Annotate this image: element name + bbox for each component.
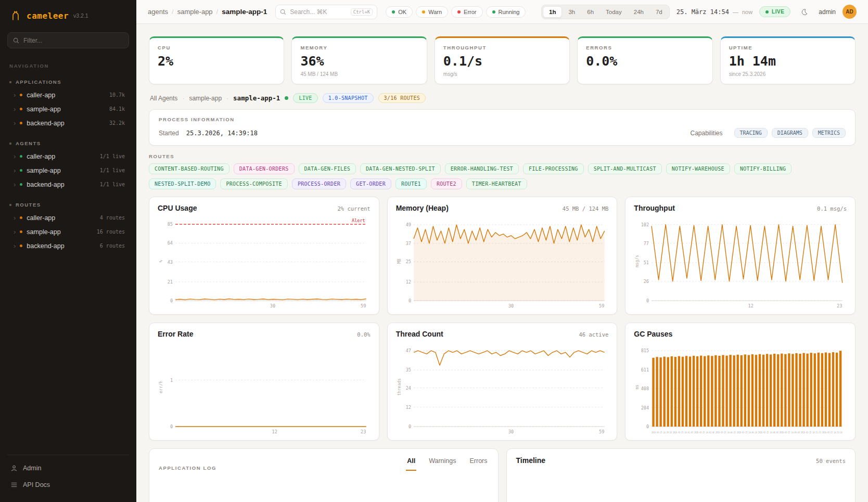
sidebar-agent-backend-app[interactable]: › backend-app 1/1 live <box>7 177 129 191</box>
route-badge[interactable]: DATA-GEN-FILES <box>299 163 356 174</box>
capability-diagrams[interactable]: DIAGRAMS <box>772 128 808 138</box>
stat-value: 0.1/s <box>443 54 561 69</box>
route-badge[interactable]: TIMER-HEARTBEAT <box>466 178 527 189</box>
time-range-6h[interactable]: 6h <box>581 6 599 18</box>
status-filter-warn[interactable]: Warn <box>416 6 448 18</box>
stat-card-uptime[interactable]: UPTIME 1h 14m since 25.3.2026 <box>720 36 856 84</box>
route-badge[interactable]: NOTIFY-WAREHOUSE <box>666 163 730 174</box>
chart-title: Memory (Heap) <box>396 204 449 212</box>
stat-sub: msg/s <box>443 71 561 78</box>
breadcrumb-sample-app[interactable]: sample-app <box>177 8 213 16</box>
stat-card-memory[interactable]: MEMORY 36% 45 MB / 124 MB <box>291 36 427 84</box>
error-rate-chart[interactable]: 011223err/h <box>158 341 371 435</box>
stat-value: 36% <box>300 54 418 69</box>
route-badge[interactable]: NOTIFY-BILLING <box>734 163 792 174</box>
user-name: admin <box>819 8 836 16</box>
time-range-today[interactable]: Today <box>600 6 628 18</box>
stat-value: 2% <box>158 54 275 69</box>
svg-text:21: 21 <box>168 279 173 285</box>
sidebar-filter[interactable] <box>7 32 129 48</box>
time-range-1h[interactable]: 1h <box>543 6 562 18</box>
sidebar-route-backend-app[interactable]: › backend-app 6 routes <box>7 239 129 253</box>
app-logo[interactable]: cameleer v3.2.1 <box>7 7 129 22</box>
route-badge[interactable]: GET-ORDER <box>350 178 391 189</box>
stat-card-cpu[interactable]: CPU 2% <box>149 36 284 84</box>
memory-heap-chart[interactable]: 0122537493059MB <box>396 215 609 309</box>
gc-pauses-chart[interactable]: 0204408611815ms2026-03-25 14:39:18 2026-… <box>634 341 847 435</box>
time-range-24h[interactable]: 24h <box>628 6 649 18</box>
sidebar-agent-caller-app[interactable]: › caller-app 1/1 live <box>7 149 129 163</box>
sidebar-item-label: caller-app <box>27 153 55 160</box>
context-app-link[interactable]: sample-app <box>189 95 222 102</box>
badge-live[interactable]: LIVE <box>293 93 317 103</box>
badge-routes-count[interactable]: 3/16 ROUTES <box>378 93 426 103</box>
tab-all[interactable]: All <box>406 456 416 471</box>
stat-value: 1h 14m <box>729 54 847 69</box>
route-badge[interactable]: ROUTE2 <box>431 178 462 189</box>
route-badge[interactable]: DATA-GEN-NESTED-SPLIT <box>360 163 441 174</box>
sidebar-route-sample-app[interactable]: › sample-app 16 routes <box>7 225 129 239</box>
sidebar-route-caller-app[interactable]: › caller-app 4 routes <box>7 211 129 225</box>
sidebar-app-caller-app[interactable]: › caller-app 10.7k <box>7 88 129 102</box>
global-search[interactable]: Ctrl+K <box>275 5 377 19</box>
context-all-agents-link[interactable]: All Agents <box>150 95 177 102</box>
stat-card-errors[interactable]: ERRORS 0.0% <box>577 36 712 84</box>
chevron-right-icon: › <box>14 92 16 98</box>
sidebar-app-sample-app[interactable]: › sample-app 84.1k <box>7 102 129 116</box>
chart-title: Error Rate <box>158 330 193 338</box>
tab-warnings[interactable]: Warnings <box>428 456 457 471</box>
route-badge[interactable]: NESTED-SPLIT-DEMO <box>149 178 216 189</box>
search-input[interactable] <box>290 8 347 16</box>
stat-card-throughput[interactable]: THROUGHPUT 0.1/s msg/s <box>435 36 570 84</box>
throughput-chart[interactable]: 02651771021223msg/s <box>634 215 847 309</box>
route-badge[interactable]: PROCESS-COMPOSITE <box>220 178 287 189</box>
badge-version[interactable]: 1.0-SNAPSHOT <box>323 93 374 103</box>
status-filter-label: Running <box>499 9 520 15</box>
route-badge[interactable]: SPLIT-AND-MULTICAST <box>588 163 662 174</box>
svg-text:ms: ms <box>635 384 640 390</box>
time-range-7d[interactable]: 7d <box>650 6 668 18</box>
route-badge[interactable]: PROCESS-ORDER <box>292 178 346 189</box>
route-badge[interactable]: ROUTE1 <box>395 178 427 189</box>
datetime-now: now <box>742 9 752 15</box>
sidebar-item-admin[interactable]: Admin <box>7 460 129 476</box>
avatar[interactable]: AD <box>843 5 857 19</box>
route-badge[interactable]: CONTENT-BASED-ROUTING <box>149 163 229 174</box>
route-badge[interactable]: ERROR-HANDLING-TEST <box>445 163 519 174</box>
status-filter-ok[interactable]: OK <box>386 6 413 18</box>
svg-text:59: 59 <box>599 429 604 434</box>
filter-input[interactable] <box>23 37 123 44</box>
sidebar-footer-label: API Docs <box>23 481 50 488</box>
svg-text:2026-03-25 14:39:18 2026-03-2: 2026-03-25 14:39:18 2026-03-25 14:41:03 … <box>652 431 843 434</box>
svg-text:59: 59 <box>599 303 604 308</box>
breadcrumb-agents[interactable]: agents <box>148 8 168 16</box>
ok-dot <box>392 10 395 14</box>
route-badge[interactable]: FILE-PROCESSING <box>523 163 584 174</box>
live-toggle[interactable]: LIVE <box>759 6 790 17</box>
svg-text:12: 12 <box>405 405 411 410</box>
thread-count-chart[interactable]: 0122435473059threads <box>396 341 609 435</box>
sidebar-agent-sample-app[interactable]: › sample-app 1/1 live <box>7 163 129 177</box>
sidebar-app-backend-app[interactable]: › backend-app 32.2k <box>7 116 129 130</box>
capability-tracing[interactable]: TRACING <box>734 128 768 138</box>
status-dot <box>20 122 22 124</box>
status-filter-error[interactable]: Error <box>451 6 482 18</box>
tab-errors[interactable]: Errors <box>468 456 488 471</box>
theme-toggle-button[interactable] <box>797 5 812 19</box>
capability-metrics[interactable]: METRICS <box>812 128 846 138</box>
topbar-right: 1h 3h 6h Today 24h 7d 25. März 14:54 — n… <box>541 5 857 19</box>
stat-sub <box>586 71 704 78</box>
route-badge[interactable]: DATA-GEN-ORDERS <box>234 163 295 174</box>
status-filter-running[interactable]: Running <box>486 6 526 18</box>
svg-text:611: 611 <box>641 367 649 372</box>
context-separator: · <box>226 95 228 102</box>
datetime-display[interactable]: 25. März 14:54 — now <box>676 8 752 16</box>
sidebar-footer: Admin API Docs <box>7 455 129 493</box>
svg-text:59: 59 <box>361 303 366 308</box>
agent-context-row: All Agents · sample-app · sample-app-1 L… <box>149 93 856 103</box>
sidebar-item-api-docs[interactable]: API Docs <box>7 477 129 493</box>
chart-stat: 0.0% <box>357 331 370 338</box>
sidebar-item-count: 6 routes <box>100 243 125 249</box>
cpu-usage-chart[interactable]: 0214364853059%Alert <box>158 215 371 309</box>
time-range-3h[interactable]: 3h <box>563 6 581 18</box>
